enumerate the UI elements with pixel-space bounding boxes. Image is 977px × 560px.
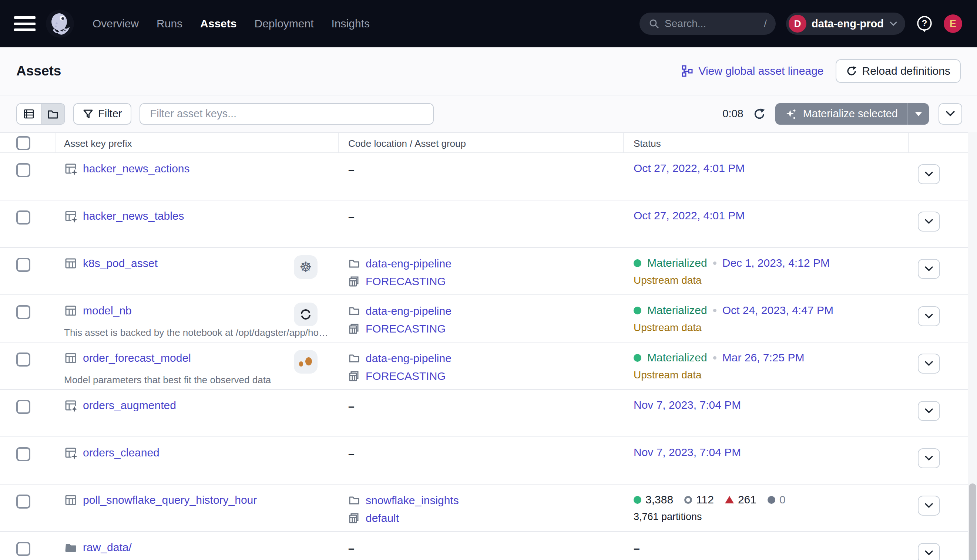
row-checkbox[interactable] [16, 495, 30, 508]
code-location-link[interactable]: data-eng-pipeline [366, 352, 451, 365]
table-icon [64, 493, 77, 507]
noteable-icon [298, 354, 313, 369]
global-search-input[interactable]: Search... / [640, 13, 776, 35]
asset-group-link[interactable]: FORECASTING [366, 370, 446, 382]
materialized-label: Materialized [647, 352, 707, 364]
code-location-link[interactable]: data-eng-pipeline [366, 305, 451, 317]
integration-badge: ☸ [294, 255, 317, 279]
expand-row-button[interactable] [918, 259, 940, 279]
asset-name-link[interactable]: hacker_news_actions [83, 162, 190, 175]
asset-name-link[interactable]: orders_cleaned [83, 447, 160, 459]
materialize-selected-button[interactable]: Materialize selected [775, 103, 929, 125]
reload-definitions-button[interactable]: Reload definitions [836, 59, 961, 83]
search-placeholder: Search... [665, 18, 764, 30]
code-location-folder-icon [348, 258, 360, 270]
refresh-icon[interactable] [753, 108, 766, 120]
expand-row-button[interactable] [918, 164, 940, 184]
row-checkbox[interactable] [16, 163, 30, 177]
integration-badge [294, 303, 317, 326]
asset-group-link[interactable]: FORECASTING [366, 275, 446, 288]
page-header: Assets View global asset lineage [0, 47, 977, 95]
view-global-asset-lineage-link[interactable]: View global asset lineage [681, 65, 823, 77]
user-avatar[interactable]: E [944, 15, 962, 33]
asset-name-link[interactable]: poll_snowflake_query_history_hour [83, 494, 257, 507]
select-all-checkbox[interactable] [16, 136, 30, 150]
row-checkbox[interactable] [16, 352, 30, 367]
view-mode-toggle [16, 103, 65, 125]
materialize-options-dropdown[interactable] [908, 103, 929, 125]
ring-icon [684, 496, 692, 504]
filter-asset-keys-input[interactable] [140, 103, 434, 125]
folder-view-button[interactable] [41, 104, 64, 124]
count-value: 0 [779, 493, 786, 506]
menu-icon[interactable] [14, 16, 35, 31]
asset-prefix-icon [64, 446, 77, 459]
asset-name-link[interactable]: raw_data/ [83, 541, 132, 554]
expand-row-button[interactable] [918, 353, 940, 373]
row-checkbox[interactable] [16, 305, 30, 319]
assets-page: Overview Runs Assets Deployment Insights… [0, 0, 977, 560]
expand-row-button[interactable] [918, 306, 940, 326]
expand-row-button[interactable] [918, 401, 940, 421]
expand-row-button[interactable] [918, 543, 940, 560]
dagster-logo-icon[interactable] [46, 10, 74, 38]
help-icon[interactable]: ? [915, 15, 934, 33]
materialization-date-link[interactable]: Oct 27, 2022, 4:01 PM [634, 209, 745, 222]
scrollbar-thumb[interactable] [969, 483, 976, 560]
top-navigation-bar: Overview Runs Assets Deployment Insights… [0, 0, 977, 47]
svg-text:?: ? [922, 18, 927, 28]
expand-row-button[interactable] [918, 496, 940, 516]
list-view-button[interactable] [17, 104, 41, 124]
asset-group-link[interactable]: default [366, 512, 399, 525]
column-code-location: Code location / Asset group [348, 138, 466, 150]
table-icon [64, 352, 77, 365]
dot-green-icon [634, 496, 641, 504]
count-value: 112 [696, 493, 714, 506]
collapse-all-button[interactable] [939, 103, 962, 125]
table-row: hacker_news_tables – Oct 27, 2022, 4:01 … [0, 200, 968, 248]
nav-deployment[interactable]: Deployment [254, 17, 314, 30]
table-row: orders_augmented – Nov 7, 2023, 7:04 PM [0, 390, 968, 437]
nav-assets[interactable]: Assets [200, 17, 237, 30]
asset-name-link[interactable]: order_forecast_model [83, 352, 191, 364]
materialization-date-link[interactable]: Dec 1, 2023, 4:12 PM [722, 257, 830, 269]
nav-runs[interactable]: Runs [157, 17, 182, 30]
code-location-link[interactable]: data-eng-pipeline [366, 257, 451, 270]
asset-name-link[interactable]: model_nb [83, 304, 132, 317]
materialized-dot-icon [634, 307, 641, 314]
nav-overview[interactable]: Overview [92, 17, 139, 30]
asset-name-link[interactable]: k8s_pod_asset [83, 257, 158, 270]
filter-button[interactable]: Filter [73, 103, 131, 125]
asset-name-link[interactable]: hacker_news_tables [83, 210, 184, 222]
row-checkbox[interactable] [16, 400, 30, 414]
row-checkbox[interactable] [16, 258, 30, 272]
materialization-date-link[interactable]: Oct 24, 2023, 4:47 PM [722, 304, 833, 317]
materialization-date-link[interactable]: Oct 27, 2022, 4:01 PM [634, 162, 745, 175]
expand-row-button[interactable] [918, 448, 940, 468]
expand-row-button[interactable] [918, 212, 940, 232]
asset-name-link[interactable]: orders_augmented [83, 399, 176, 412]
code-location-folder-icon [348, 352, 360, 364]
asset-group-link[interactable]: FORECASTING [366, 323, 446, 335]
chevron-down-icon [889, 21, 898, 27]
nav-insights[interactable]: Insights [332, 17, 370, 30]
empty-location: – [348, 211, 354, 223]
scrollbar-track[interactable] [968, 132, 977, 560]
refresh-countdown: 0:08 [722, 108, 743, 120]
deployment-initial-badge: D [788, 15, 807, 33]
dot-gray-icon [768, 496, 775, 504]
row-checkbox[interactable] [16, 542, 30, 556]
materialization-date-link[interactable]: Nov 7, 2023, 7:04 PM [634, 399, 741, 411]
code-location-link[interactable]: snowflake_insights [366, 494, 459, 507]
row-checkbox[interactable] [16, 447, 30, 461]
materialization-date-link[interactable]: Nov 7, 2023, 7:04 PM [634, 446, 741, 458]
materialized-label: Materialized [647, 304, 707, 317]
row-checkbox[interactable] [16, 210, 30, 225]
asset-prefix-icon [64, 209, 77, 223]
deployment-switcher[interactable]: D data-eng-prod [786, 13, 905, 35]
upstream-data-label: Upstream data [634, 275, 701, 286]
assets-table: Asset key prefix Code location / Asset g… [0, 132, 968, 560]
upstream-data-label: Upstream data [634, 369, 701, 381]
table-row: raw_data/ – – [0, 532, 968, 560]
materialization-date-link[interactable]: Mar 26, 7:25 PM [722, 352, 805, 364]
